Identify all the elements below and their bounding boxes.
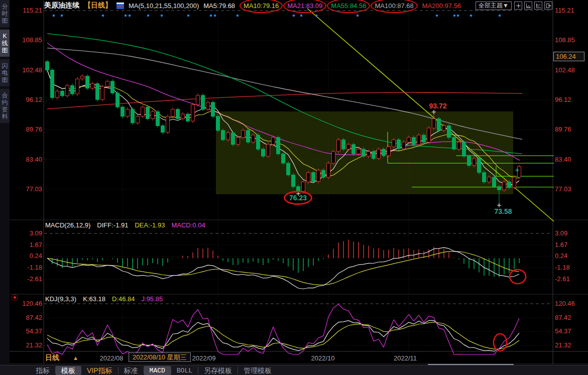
date-axis-label: 2022/08 [89,354,134,362]
macd-axis-label-left: 1.67 [10,241,42,248]
bottom-tab-BOLL[interactable]: BOLL [171,366,198,375]
kdj-axis-label-left: 54.37 [10,327,42,335]
macd-axis-label-right: 3.09 [555,229,587,237]
period-label: 日线 [45,353,59,362]
price-axis-label-right: 89.76 [555,126,587,133]
price-axis-label-left: 83.40 [10,156,42,163]
bottom-tab-VIP指标[interactable]: VIP指标 [81,366,118,375]
sidebar-tab-K线图[interactable]: K线图 [0,30,10,57]
macd-axis-label-left: 0.24 [10,252,42,260]
macd-axis-label-right: -2.61 [555,275,587,283]
price-axis-label-left: 108.85 [10,36,42,44]
alarm-sun-icon[interactable] [12,294,18,301]
ma-legend-value: MA55:84.56 [331,2,366,10]
header-tools: 全部主题▼ [476,2,552,10]
price-marker: 106.24 [553,52,584,61]
swing-low2-annotation: 73.58 [488,207,518,215]
bottom-tab-标准[interactable]: 标准 [119,366,144,375]
bottom-tab-MACD[interactable]: MACD [144,366,171,375]
kdj-axis-label-right: 21.32 [555,341,587,349]
swing-high-annotation: 93.72 [423,102,453,110]
macd-title[interactable]: MACD(26,12,9) [45,221,90,229]
price-axis-label-left: 102.48 [10,66,42,74]
price-axis-label-left: 96.12 [10,96,42,103]
macd-diff-value: DIFF:-1.91 [97,221,128,229]
kdj-axis-label-left: 120.46 [10,300,42,307]
red-ellipse-annotation: 76.23 [289,194,307,202]
price-axis-label-right: 77.03 [555,185,587,193]
ma-legend-value: MA5:79.68 [203,2,235,10]
chart-header: 美原油连续 【日线】 MA(5,10,21,55,100,200) MA5:79… [44,0,552,11]
sidebar-tab-闪电图[interactable]: 闪电图 [0,59,10,86]
kdj-d-value: D:46.84 [112,295,135,303]
sidebar-tab-合约资料[interactable]: 合约资料 [0,89,10,123]
price-axis-label-right: 83.40 [555,156,587,163]
ma-legend-value: MA21:83.09 [287,2,322,10]
price-axis-label-left: 115.21 [10,7,42,14]
kdj-axis-label-right: 120.46 [555,300,587,307]
ma-legend-value: MA100:87.68 [375,2,413,10]
collapse-panel-icon[interactable] [544,2,552,10]
price-axis-label-right: 102.48 [555,66,587,74]
period-selector[interactable]: 日线 ▲ [45,353,78,362]
swing-low-annotation-circled: 76.23 [289,194,307,202]
kdj-j-value: J:95.85 [142,295,163,303]
bottom-tab-指标[interactable]: 指标 [30,366,55,375]
macd-axis-label-right: 0.24 [555,252,587,260]
macd-axis-label-left: 3.09 [10,229,42,237]
chart-type-icon[interactable] [116,3,124,9]
period-tag: 【日线】 [84,1,112,10]
bottom-tab-模板[interactable]: 模板 [56,366,81,375]
trading-app: 分时图K线图闪电图合约资料 美原油连续 【日线】 MA(5,10,21,55,1… [0,0,588,375]
macd-dea-value: DEA:-1.93 [135,221,165,229]
kdj-axis-label-left: 21.32 [10,341,42,349]
macd-axis-label-left: -2.61 [10,275,42,283]
kdj-title[interactable]: KDJ(9,3,3) [45,295,76,303]
price-axis-label-left: 89.76 [10,126,42,133]
crosshair-date-label: 2022/08/10 星期三 [129,352,191,362]
bottom-tab-bar: 指标模板VIP指标标准MACDBOLL另存模板管理模板 [0,365,588,375]
ma-legend: MA5:79.68MA10:79.16MA21:83.09MA55:84.56M… [203,2,461,10]
macd-axis-label-left: -1.18 [10,264,42,271]
triangle-up-icon: ▲ [73,355,78,361]
bottom-tab-另存模板[interactable]: 另存模板 [198,366,238,375]
price-axis-label-right: 108.85 [555,36,587,44]
scale-y-axis-icon[interactable] [534,2,542,10]
price-axis-label-left: 77.03 [10,185,42,193]
symbol-title: 美原油连续 [44,1,79,10]
theme-selector-button[interactable]: 全部主题▼ [476,2,512,10]
kdj-axis-label-right: 87.42 [555,314,587,321]
macd-value: MACD:0.04 [171,221,205,229]
ma-legend-value: MA200:97.56 [422,2,461,10]
kdj-header: KDJ(9,3,3) K:63.18 D:46.84 J:95.85 [45,295,163,303]
window-layout-icons [514,2,552,10]
ma-settings-label: MA(5,10,21,55,100,200) [129,2,199,10]
left-tab-strip: 分时图K线图闪电图合约资料 [0,0,10,375]
sidebar-tab-分时图[interactable]: 分时图 [0,0,10,27]
macd-axis-label-right: -1.18 [555,264,587,271]
chart-canvas[interactable] [0,0,588,375]
kdj-axis-label-left: 87.42 [10,314,42,321]
scale-x-axis-icon[interactable] [524,2,532,10]
ma-legend-value: MA10:79.16 [244,2,279,10]
date-axis-label: 2022/10 [300,354,345,362]
move-icon[interactable] [514,2,522,10]
kdj-k-value: K:63.18 [83,295,105,303]
kdj-axis-label-right: 54.37 [555,327,587,335]
price-axis-label-right: 96.12 [555,96,587,103]
bottom-tab-管理模板[interactable]: 管理模板 [238,366,277,375]
macd-header: MACD(26,12,9) DIFF:-1.91 DEA:-1.93 MACD:… [45,221,205,229]
date-axis-label: 2022/11 [383,354,428,362]
price-axis-label-right: 115.21 [555,7,587,14]
macd-axis-label-right: 1.67 [555,241,587,248]
